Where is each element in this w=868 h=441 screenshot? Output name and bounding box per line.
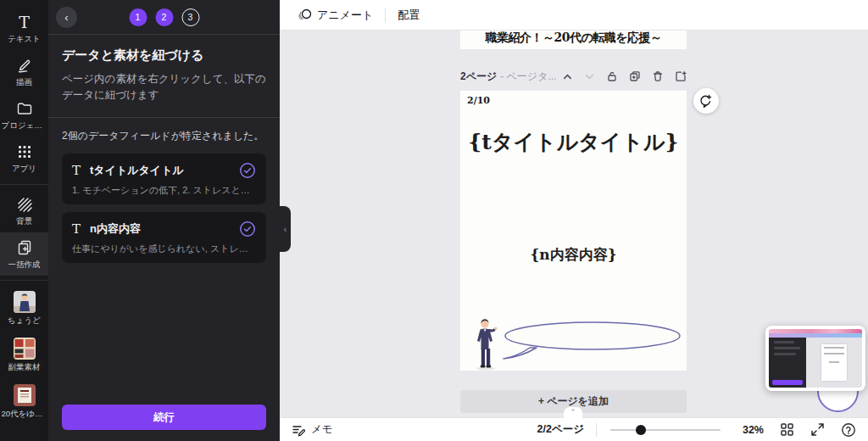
title-placeholder-text[interactable]: {tタイトルタイトル} <box>460 128 687 156</box>
animate-icon <box>298 8 312 22</box>
businessman-character[interactable] <box>471 318 500 371</box>
sidebar-item-bulk-create[interactable]: 一括作成 <box>0 232 48 276</box>
page-label[interactable]: 2ページ <box>460 70 497 84</box>
sidebar-item-label: 一括作成 <box>8 260 41 271</box>
speech-bubble[interactable] <box>499 321 682 360</box>
sidebar-item-label: 副業素材 <box>8 362 41 373</box>
page-number-text[interactable]: 2/10 <box>467 95 490 106</box>
data-field-card-content[interactable]: T n内容内容 仕事にやりがいを感じられない, ストレスとプレッシャ... <box>62 212 266 263</box>
bottombar-divider <box>596 423 597 437</box>
sidebar-item-projects[interactable]: プロジェクト <box>0 93 48 137</box>
folder-icon <box>16 99 33 118</box>
context-toolbar: アニメート 配置 <box>280 0 868 31</box>
check-circle-icon[interactable] <box>239 162 256 179</box>
sidebar-item-apps[interactable]: アプリ <box>0 137 48 180</box>
panel-collapse-handle[interactable]: ‹ <box>280 206 291 252</box>
sidebar-item-20dai[interactable]: 20代をゆる... <box>0 378 48 425</box>
fields-found-text: 2個のデータフィールドが特定されました。 <box>62 129 266 143</box>
page-title-truncated[interactable]: - ページタ... <box>500 70 556 84</box>
delete-page-icon[interactable] <box>652 70 664 82</box>
sidebar-item-label: プロジェクト <box>2 120 47 131</box>
sidebar-item-fukugyou[interactable]: 副業素材 <box>0 332 48 378</box>
panel-description: ページ内の素材を右クリックして、以下のデータに紐づけます <box>62 71 266 104</box>
previous-page-text: 職業紹介！～20代の転職を応援～ <box>485 31 661 46</box>
background-icon <box>16 195 33 214</box>
move-page-down-icon[interactable] <box>584 71 595 82</box>
field-preview: 1. モチベーションの低下, 2. ストレスとプレッシャー, 3. ... <box>72 184 256 197</box>
sidebar-item-draw[interactable]: 描画 <box>0 50 48 93</box>
sidebar-item-choudo[interactable]: ちょうど <box>0 285 48 332</box>
notes-label: メモ <box>311 422 333 437</box>
duplicate-page-icon[interactable] <box>629 70 641 82</box>
panel-title: データと素材を紐づける <box>62 47 266 64</box>
sidebar-item-label: アプリ <box>12 164 36 175</box>
bottom-bar: メモ 2/2ページ 32% <box>280 417 868 441</box>
add-page-icon[interactable] <box>675 70 687 82</box>
sidebar-item-background[interactable]: 背景 <box>0 189 48 232</box>
field-name: tタイトルタイトル <box>90 163 230 178</box>
sidebar-item-label: 描画 <box>16 77 32 88</box>
page-toolbar: 2ページ - ページタ... <box>460 67 687 86</box>
field-name: n内容内容 <box>90 221 230 237</box>
field-preview: 仕事にやりがいを感じられない, ストレスとプレッシャ... <box>72 243 256 255</box>
app-window: T テキスト 描画 プロジェクト アプリ 背景 <box>0 0 868 441</box>
text-field-icon: T <box>72 163 81 178</box>
screen-recording-thumbnail[interactable] <box>765 326 865 391</box>
continue-button[interactable]: 続行 <box>62 405 266 430</box>
add-comment-button[interactable] <box>693 88 719 114</box>
sidebar-item-label: テキスト <box>8 34 41 45</box>
folder-thumbnail-person <box>14 291 36 313</box>
notes-button[interactable]: メモ <box>292 422 333 437</box>
design-page[interactable]: 2/10 {tタイトルタイトル} {n内容内容} <box>460 91 687 371</box>
check-circle-icon[interactable] <box>239 220 256 237</box>
panel-header: ‹ 1 2 3 <box>48 0 280 35</box>
grid-view-icon[interactable] <box>780 422 794 437</box>
zoom-slider-knob[interactable] <box>636 425 646 435</box>
text-field-icon: T <box>72 221 81 237</box>
zoom-level[interactable]: 32% <box>743 424 764 436</box>
zoom-slider[interactable] <box>610 429 721 431</box>
lock-icon[interactable] <box>606 70 618 82</box>
animate-label: アニメート <box>317 8 373 23</box>
draw-icon <box>16 56 33 75</box>
collapse-bottom-chevron[interactable]: ⌃ <box>564 407 582 418</box>
panel-divider <box>48 117 280 118</box>
sidebar-item-label: 背景 <box>16 216 32 227</box>
fullscreen-icon[interactable] <box>810 422 825 437</box>
step-3[interactable]: 3 <box>181 8 199 26</box>
data-field-card-title[interactable]: T tタイトルタイトル 1. モチベーションの低下, 2. ストレスとプレッシャ… <box>62 154 266 204</box>
toolbar-divider <box>385 8 386 23</box>
help-icon[interactable] <box>841 422 856 438</box>
icon-rail: T テキスト 描画 プロジェクト アプリ 背景 <box>0 0 48 441</box>
sidebar-item-text[interactable]: T テキスト <box>0 7 48 50</box>
comment-plus-icon <box>699 94 713 108</box>
recording-preview <box>769 329 862 388</box>
editor-main: アニメート 配置 職業紹介！～20代の転職を応援～ 2ページ - ページタ... <box>280 0 868 441</box>
sidebar-item-label: ちょうど <box>8 315 41 327</box>
step-indicator: 1 2 3 <box>129 8 199 26</box>
bulk-create-panel: ‹ 1 2 3 データと素材を紐づける ページ内の素材を右クリックして、以下のデ… <box>48 0 280 441</box>
content-placeholder-text[interactable]: {n内容内容} <box>460 245 687 265</box>
back-button[interactable]: ‹ <box>56 7 77 28</box>
text-icon: T <box>19 13 30 31</box>
move-page-up-icon[interactable] <box>562 71 573 82</box>
folder-thumbnail-red <box>14 384 36 406</box>
apps-grid-icon <box>17 142 32 161</box>
previous-page[interactable]: 職業紹介！～20代の転職を応援～ <box>460 31 687 49</box>
position-button[interactable]: 配置 <box>390 3 427 27</box>
step-1[interactable]: 1 <box>129 8 147 26</box>
position-label: 配置 <box>398 8 420 23</box>
animate-button[interactable]: アニメート <box>290 3 381 27</box>
page-indicator: 2/2ページ <box>537 422 584 437</box>
notes-icon <box>292 423 305 437</box>
rail-divider <box>0 184 48 185</box>
sidebar-item-label: 20代をゆる... <box>2 409 47 420</box>
step-2[interactable]: 2 <box>155 8 173 26</box>
rail-divider <box>0 280 48 281</box>
bulk-create-icon <box>16 238 33 257</box>
folder-thumbnail-collage <box>14 338 36 360</box>
